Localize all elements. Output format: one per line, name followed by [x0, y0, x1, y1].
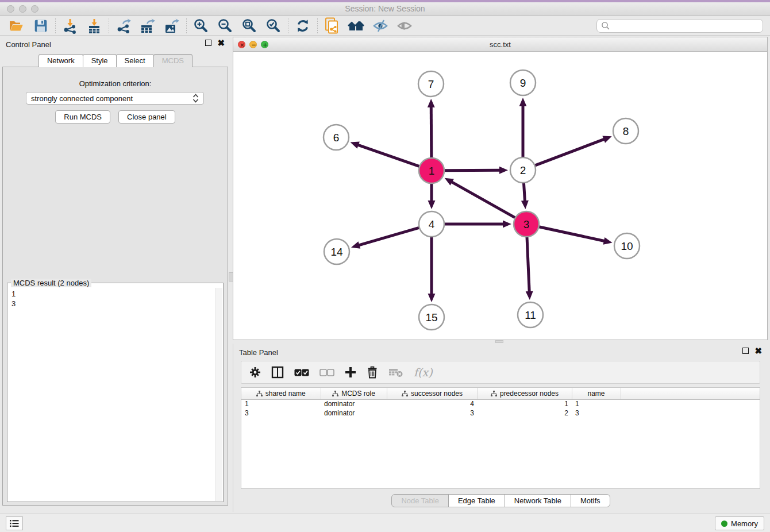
table-panel: Table Panel ✖	[233, 344, 768, 512]
graph-node-label: 6	[333, 132, 340, 144]
tab-select[interactable]: Select	[116, 54, 154, 67]
graph-edge-3-1[interactable]	[451, 182, 517, 218]
graph-edge-arrowhead	[351, 241, 360, 248]
mcds-result-item: 3	[11, 299, 212, 309]
zoom-selected-icon[interactable]	[261, 17, 286, 35]
float-table-panel-icon[interactable]	[742, 348, 749, 354]
window-titlebar: Session: New Session	[0, 0, 770, 16]
import-network-icon[interactable]	[58, 17, 82, 35]
graph-edge-arrowhead	[526, 291, 533, 300]
graph-edge-2-8[interactable]	[534, 139, 605, 166]
node-table: shared name MCDS role successor nodes pr…	[241, 387, 760, 489]
column-header-successor-nodes[interactable]: successor nodes	[387, 388, 478, 399]
home-icon[interactable]	[344, 17, 368, 35]
select-all-icon[interactable]	[294, 364, 309, 381]
show-panels-icon[interactable]	[392, 17, 417, 35]
mcds-result-title: MCDS result (2 nodes)	[11, 279, 91, 287]
export-image-icon[interactable]	[160, 17, 184, 35]
graph-edge-3-10[interactable]	[538, 226, 605, 241]
search-field[interactable]	[596, 19, 763, 33]
tab-network[interactable]: Network	[38, 54, 83, 67]
table-settings-gear-icon[interactable]	[249, 364, 261, 381]
graph-edge-arrowhead	[521, 201, 529, 209]
column-type-icon	[402, 391, 408, 396]
zoom-out-icon[interactable]	[213, 17, 237, 35]
add-column-icon[interactable]	[345, 364, 356, 381]
toolbar-separator	[288, 18, 288, 33]
toolbar-separator	[55, 18, 56, 33]
result-scrollbar[interactable]	[215, 288, 222, 501]
column-header-empty	[621, 388, 760, 399]
graph-edge-2-3[interactable]	[523, 182, 525, 202]
stepper-icon	[192, 94, 199, 103]
tab-mcds[interactable]: MCDS	[153, 54, 192, 67]
network-graph: 7968124314101511	[233, 52, 767, 340]
tab-edge-table[interactable]: Edge Table	[448, 494, 505, 507]
tab-network-table[interactable]: Network Table	[505, 494, 571, 507]
toolbar-separator	[317, 18, 318, 33]
delete-column-icon[interactable]	[367, 364, 378, 381]
close-table-panel-icon[interactable]: ✖	[754, 348, 762, 354]
graph-node-label: 4	[429, 218, 435, 230]
run-mcds-button[interactable]: Run MCDS	[55, 110, 110, 124]
graph-node-label: 14	[330, 246, 343, 258]
network-view-window: scc.txt 7968124314101511	[233, 37, 768, 340]
zoom-in-icon[interactable]	[189, 17, 213, 35]
graph-edge-arrowhead	[428, 201, 436, 209]
mcds-result-list[interactable]: 1 3	[8, 288, 215, 501]
import-table-icon[interactable]	[82, 17, 106, 35]
status-bar: Memory	[0, 514, 770, 532]
column-header-shared-name[interactable]: shared name	[241, 388, 321, 399]
graph-edge-arrowhead	[603, 237, 613, 245]
delete-table-icon[interactable]	[388, 364, 403, 381]
new-network-from-file-icon[interactable]	[320, 17, 344, 35]
export-network-icon[interactable]	[111, 17, 136, 35]
window-top-strip	[0, 0, 770, 2]
control-panel-title: Control Panel	[6, 40, 51, 49]
close-panel-button[interactable]: Close panel	[118, 110, 175, 124]
task-history-icon[interactable]	[6, 516, 23, 530]
column-header-name[interactable]: name	[572, 388, 621, 399]
function-builder-icon[interactable]: f(x)	[414, 366, 433, 379]
network-window-titlebar[interactable]: scc.txt	[233, 37, 767, 52]
tab-motifs[interactable]: Motifs	[571, 494, 610, 507]
graph-edge-1-6[interactable]	[357, 145, 421, 167]
save-session-icon[interactable]	[29, 17, 53, 35]
show-columns-icon[interactable]	[271, 364, 284, 381]
window-title: Session: New Session	[0, 4, 770, 13]
toolbar-separator	[186, 18, 187, 33]
table-type-tabs: Node Table Edge Table Network Table Moti…	[233, 494, 768, 507]
search-input[interactable]	[611, 20, 763, 32]
export-table-icon[interactable]	[136, 17, 160, 35]
criterion-value: strongly connected component	[31, 94, 192, 103]
graph-node-label: 11	[525, 309, 536, 321]
graph-edge-4-14[interactable]	[358, 228, 420, 246]
table-toolbar: f(x)	[241, 361, 760, 384]
column-type-icon	[256, 391, 263, 396]
graph-edge-1-7[interactable]	[431, 106, 432, 159]
graph-node-label: 1	[429, 165, 435, 177]
tab-style[interactable]: Style	[83, 54, 117, 67]
graph-edge-arrowhead	[602, 136, 611, 142]
graph-edge-3-11[interactable]	[527, 236, 529, 292]
mcds-result-box: MCDS result (2 nodes) 1 3	[7, 283, 224, 502]
table-row[interactable]: 3 dominator 3 2 3	[241, 408, 760, 418]
close-panel-icon[interactable]: ✖	[217, 40, 225, 46]
column-header-mcds-role[interactable]: MCDS role	[321, 388, 387, 399]
horizontal-splitter-grip[interactable]	[495, 340, 503, 343]
memory-button[interactable]: Memory	[715, 516, 764, 530]
deselect-all-icon[interactable]	[319, 364, 334, 381]
tab-node-table[interactable]: Node Table	[391, 494, 449, 507]
zoom-fit-icon[interactable]	[237, 17, 261, 35]
network-canvas[interactable]: 7968124314101511	[233, 52, 767, 340]
float-panel-icon[interactable]	[205, 40, 211, 46]
column-header-predecessor-nodes[interactable]: predecessor nodes	[478, 388, 572, 399]
hide-unhide-panels-icon[interactable]	[368, 17, 392, 35]
criterion-dropdown[interactable]: strongly connected component	[26, 92, 204, 105]
graph-edge-arrowhead	[351, 141, 360, 148]
refresh-icon[interactable]	[291, 17, 315, 35]
graph-edge-1-2[interactable]	[443, 170, 500, 171]
graph-node-label: 10	[621, 240, 633, 252]
open-session-icon[interactable]	[5, 17, 29, 35]
table-row[interactable]: 1 dominator 4 1 1	[241, 399, 760, 408]
